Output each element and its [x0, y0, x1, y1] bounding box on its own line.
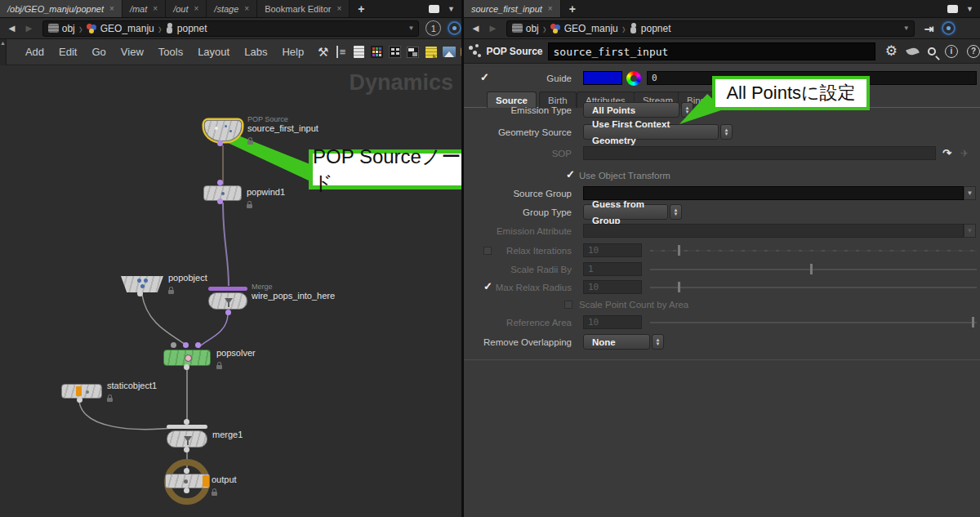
tab-stage[interactable]: /stage × [207, 0, 257, 17]
reference-area-field[interactable]: 10 [583, 315, 642, 329]
output-connector[interactable] [225, 310, 231, 315]
tree-view-icon[interactable]: ≡ [334, 45, 348, 59]
close-icon[interactable]: × [109, 4, 114, 13]
slider-handle[interactable] [972, 317, 974, 328]
sticky-note-icon[interactable] [424, 45, 438, 59]
node-output[interactable] [165, 474, 210, 488]
output-connector[interactable] [217, 140, 223, 146]
breadcrumb-obj[interactable]: obj [48, 23, 75, 34]
input-connector[interactable] [217, 180, 223, 185]
image-icon[interactable] [442, 45, 456, 59]
output-connector[interactable] [184, 488, 189, 493]
close-icon[interactable]: × [194, 4, 198, 13]
group-type-dropdown[interactable]: Guess from Group [583, 204, 668, 220]
emission-attribute-field[interactable] [583, 224, 964, 238]
info-icon[interactable]: i [945, 45, 958, 58]
menu-edit[interactable]: Edit [51, 46, 84, 58]
input-connector[interactable] [183, 342, 189, 348]
pin-icon[interactable]: ⇥ [924, 22, 934, 35]
display-flag[interactable] [203, 475, 209, 487]
max-relax-radius-slider[interactable] [650, 279, 977, 295]
breadcrumb-geo-manju[interactable]: GEO_manju [87, 23, 154, 34]
forward-icon[interactable]: ► [484, 22, 501, 34]
output-connector[interactable] [184, 364, 189, 370]
follow-target-icon[interactable] [942, 21, 956, 35]
menu-tools[interactable]: Tools [151, 46, 190, 58]
node-popsolver[interactable] [163, 350, 211, 366]
slider-handle[interactable] [810, 264, 813, 274]
breadcrumb-popnet[interactable]: popnet [166, 23, 207, 34]
tab-bookmark-editor[interactable]: Bookmark Editor × [257, 0, 350, 17]
tab-popnet[interactable]: /obj/GEO_manju/popnet × [0, 0, 122, 17]
search-icon[interactable] [928, 47, 936, 56]
reference-area-slider[interactable] [650, 314, 977, 330]
scale-point-count-checkbox[interactable] [564, 301, 572, 309]
close-icon[interactable]: × [244, 4, 249, 13]
forward-icon[interactable]: ► [20, 22, 38, 34]
remove-overlapping-dropdown[interactable]: None [583, 334, 650, 350]
node-merge1[interactable] [167, 425, 207, 448]
field-dropdown-icon[interactable]: ▼ [964, 224, 976, 238]
menu-help[interactable]: Help [274, 46, 311, 58]
close-icon[interactable]: × [153, 4, 158, 13]
node-staticobject1[interactable] [61, 384, 102, 399]
relax-iterations-field[interactable]: 10 [583, 243, 642, 257]
input-connector[interactable] [195, 342, 201, 348]
pane-menu-icon[interactable]: ▼ [448, 5, 455, 13]
menu-add[interactable]: Add [18, 46, 51, 58]
close-icon[interactable]: × [336, 4, 341, 13]
maximize-pane-icon[interactable] [947, 5, 958, 13]
input-connector[interactable] [171, 342, 176, 348]
tab-source-first-input[interactable]: source_first_input × [464, 0, 561, 17]
snapshot-badge[interactable]: 1 [425, 20, 441, 36]
path-dropdown-icon[interactable]: ▼ [408, 25, 415, 32]
maximize-pane-icon[interactable] [429, 5, 439, 13]
new-tab-button[interactable]: + [561, 0, 584, 17]
pane-menu-icon[interactable]: ▼ [966, 5, 973, 13]
breadcrumb-geo-manju[interactable]: GEO_manju [550, 23, 618, 34]
input-connector[interactable] [184, 468, 189, 474]
network-graph-area[interactable]: Dynamics POP Sourc [0, 65, 461, 517]
help-icon[interactable]: ? [967, 45, 980, 58]
node-wire-pops-into-here[interactable] [208, 287, 247, 310]
slider-handle[interactable] [678, 245, 680, 256]
dropdown-spinner[interactable]: ▲▼ [652, 334, 664, 350]
new-tab-button[interactable]: + [350, 0, 372, 17]
dropdown-spinner[interactable]: ▲▼ [670, 204, 682, 220]
input-connector[interactable] [184, 419, 189, 425]
scale-radii-slider[interactable] [650, 261, 977, 277]
bypass-flag[interactable] [76, 386, 82, 396]
output-connector[interactable] [217, 198, 223, 204]
use-object-transform-checkbox[interactable]: ✓ [566, 167, 575, 182]
node-pop-source[interactable] [204, 120, 242, 141]
menu-go[interactable]: Go [84, 46, 113, 58]
breadcrumb-popnet[interactable]: popnet [630, 23, 671, 34]
node-popwind1[interactable] [203, 185, 242, 201]
close-icon[interactable]: × [548, 4, 553, 13]
relax-iterations-slider[interactable] [650, 243, 977, 258]
output-connector[interactable] [137, 291, 143, 296]
grid-view-icon[interactable] [388, 45, 402, 59]
pane-splitter-handle[interactable]: ▲ [0, 39, 7, 65]
back-icon[interactable]: ◄ [3, 22, 20, 34]
field-dropdown-icon[interactable]: ▼ [964, 186, 976, 200]
back-icon[interactable]: ◄ [467, 22, 484, 34]
tab-out[interactable]: /out × [166, 0, 207, 17]
follow-target-icon[interactable] [448, 21, 461, 35]
menu-layout[interactable]: Layout [190, 46, 237, 58]
node-popobject[interactable] [121, 276, 163, 292]
palette-icon[interactable] [370, 45, 384, 59]
scale-radii-field[interactable]: 1 [583, 262, 642, 276]
brush-icon[interactable] [906, 46, 920, 56]
menu-labs[interactable]: Labs [237, 46, 274, 58]
menu-view[interactable]: View [114, 46, 151, 58]
path-dropdown-icon[interactable]: ▼ [903, 25, 910, 32]
gear-icon[interactable]: ⚙ [885, 42, 898, 60]
breadcrumb-obj[interactable]: obj [512, 23, 539, 34]
output-connector[interactable] [184, 447, 189, 452]
node-name-field[interactable]: source_first_input [548, 42, 875, 60]
page-list-icon[interactable] [352, 45, 366, 59]
slider-handle[interactable] [678, 282, 680, 292]
output-connector[interactable] [77, 397, 82, 403]
tools-icon[interactable]: ⚒ [316, 45, 330, 59]
